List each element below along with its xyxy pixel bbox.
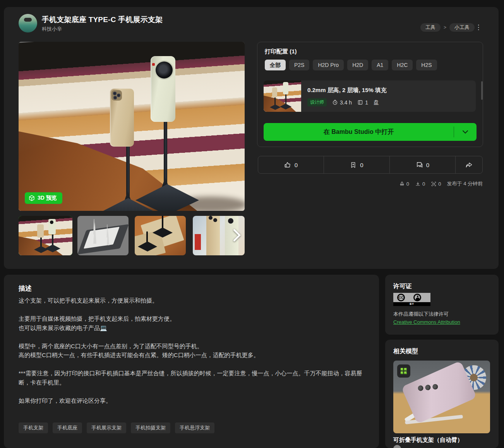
print-config-title: 打印配置 (1) (265, 48, 297, 55)
share-icon (465, 161, 473, 169)
license-note: 本作品遵循以下法律许可 (393, 311, 449, 318)
cc-badge-label: BY (393, 302, 430, 306)
open-in-bambu-studio-button[interactable]: 在 Bambu Studio 中打开 (264, 123, 477, 141)
printer-filter-chip[interactable]: H2S (416, 60, 437, 70)
page-title: 手机支架底座 TYPE-C 手机展示支架 (42, 15, 163, 25)
model-tag[interactable]: 手机支架 (19, 422, 48, 433)
model-tag[interactable]: 手机展示支架 (87, 422, 126, 433)
model-tag[interactable]: 手机拍摄支架 (131, 422, 170, 433)
boost-stat: 0 (399, 181, 409, 187)
related-model-image[interactable] (393, 361, 490, 433)
gallery-thumbnail[interactable] (135, 216, 186, 255)
plate-count: 1 (357, 99, 368, 106)
description-title: 描述 (19, 284, 32, 293)
share-button[interactable] (456, 156, 482, 173)
description-line (19, 332, 369, 342)
open-button-label: 在 Bambu Studio 中打开 (264, 128, 454, 136)
open-options-dropdown[interactable] (454, 130, 477, 134)
print-scan-icon (431, 181, 437, 187)
cc-icon: CC (397, 294, 405, 301)
thumbs-up-icon (284, 161, 291, 168)
3d-preview-button[interactable]: 3D 预览 (25, 192, 62, 204)
print-time: 3.4 h (332, 99, 352, 106)
model-tag[interactable]: 手机悬浮支架 (175, 422, 214, 433)
plate-unit: 盘 (374, 99, 379, 106)
profiles-badge (397, 364, 410, 378)
printer-filter-chips: 全部 P2S H2D Pro H2D A1 H2C H2S (265, 60, 437, 70)
print-profile-description: 0.2mm 层高, 2 层墙, 15% 填充 (307, 87, 387, 94)
profiles-cubes-icon (401, 368, 407, 374)
stats-row: 0 0 0 发布于 4 分钟前 (0, 180, 483, 187)
cube-icon (29, 195, 35, 201)
attribution-person-icon (413, 294, 421, 301)
cc-by-badge: CC BY (393, 293, 430, 306)
breadcrumb-category[interactable]: 工具 (420, 23, 441, 32)
description-line (19, 360, 369, 369)
bookmark-plus-icon (350, 162, 357, 168)
published-time: 发布于 4 分钟前 (447, 180, 483, 187)
designer-badge: 设计师 (307, 98, 327, 106)
print-profile-thumbnail (264, 80, 301, 112)
print-count: 0 (438, 181, 441, 187)
tag-list: 手机支架 手机底座 手机展示支架 手机拍摄支架 手机悬浮支架 (19, 422, 214, 433)
description-line: 模型中，两个底座的C口大小有一点点差别，为了适配不同型号的手机。 (19, 342, 369, 351)
printer-filter-chip[interactable]: A1 (372, 60, 388, 70)
description-line: 高的模型C口稍大一点，有些手机插进去可能会有点紧。矮的C口稍小一点，适配的手机更… (19, 351, 369, 360)
cream-phone (151, 56, 175, 122)
description-line: 这个支架，可以把手机支起来展示，方便展示和拍摄。 (19, 296, 369, 305)
description-line: ***需要注意，因为打印的接口和手机插口基本是严丝合缝，所以插拔的时候，一定要注… (19, 369, 369, 387)
related-models-title: 相关模型 (393, 347, 418, 356)
breadcrumb-separator: > (444, 25, 446, 30)
bookmark-count: 0 (360, 162, 363, 168)
comment-icon (416, 161, 423, 168)
plate-icon (357, 99, 363, 105)
license-title: 许可证 (393, 282, 412, 291)
related-model-title[interactable]: 可折叠手机支架（自动臂） (393, 436, 463, 444)
like-button[interactable]: 0 (258, 156, 324, 173)
model-tag[interactable]: 手机底座 (53, 422, 82, 433)
printer-filter-chip[interactable]: H2C (392, 60, 413, 70)
breadcrumb: 工具 > 小工具 (420, 23, 475, 32)
gallery-thumbnail[interactable] (77, 216, 129, 255)
author-avatar[interactable] (19, 14, 37, 32)
print-stat: 0 (431, 181, 441, 187)
download-count: 0 (422, 181, 425, 187)
description-line (19, 305, 369, 315)
gallery-next-button[interactable] (229, 225, 245, 245)
chevron-down-icon (463, 130, 468, 134)
description-body: 这个支架，可以把手机支起来展示，方便展示和拍摄。 主要用于自媒体视频拍摄，把手机… (19, 296, 369, 405)
breadcrumb-subcategory[interactable]: 小工具 (449, 23, 475, 32)
makerworld-model-page: 手机支架底座 TYPE-C 手机展示支架 科技小辛 工具 > 小工具 ⋮ 3D … (0, 0, 504, 448)
description-line (19, 387, 369, 396)
like-count: 0 (295, 162, 298, 168)
clock-icon (332, 99, 338, 105)
gallery-thumbnail[interactable] (19, 216, 72, 255)
bookmark-button[interactable]: 0 (324, 156, 390, 173)
preview-label: 3D 预览 (38, 195, 57, 202)
print-profile-meta: 设计师 3.4 h 1 盘 (307, 98, 379, 106)
printer-filter-chip[interactable]: 全部 (265, 60, 286, 70)
download-stat: 0 (415, 181, 425, 187)
gold-phone (110, 89, 134, 147)
comment-count: 0 (426, 162, 429, 168)
author-name[interactable]: 科技小辛 (42, 26, 62, 32)
more-menu-icon[interactable]: ⋮ (475, 22, 482, 32)
description-line: 也可以用来展示收藏的电子产品💻 (19, 323, 369, 333)
boost-count: 0 (406, 181, 409, 187)
rocket-icon (399, 181, 405, 187)
description-line: 主要用于自媒体视频拍摄，把手机支起来后，拍素材更方便。 (19, 314, 369, 323)
comment-button[interactable]: 0 (390, 156, 456, 173)
license-link[interactable]: Creative Commons Attribution (393, 319, 460, 325)
printer-filter-chip[interactable]: P2S (289, 60, 309, 70)
profile-list-scrollbar[interactable] (481, 81, 483, 100)
chevron-right-icon (233, 229, 241, 242)
printer-filter-chip[interactable]: H2D (347, 60, 368, 70)
description-line: 如果你打印了，欢迎在评论区分享。 (19, 396, 369, 405)
printer-filter-chip[interactable]: H2D Pro (313, 60, 344, 70)
action-bar: 0 0 0 (258, 156, 483, 174)
download-icon (415, 181, 421, 187)
